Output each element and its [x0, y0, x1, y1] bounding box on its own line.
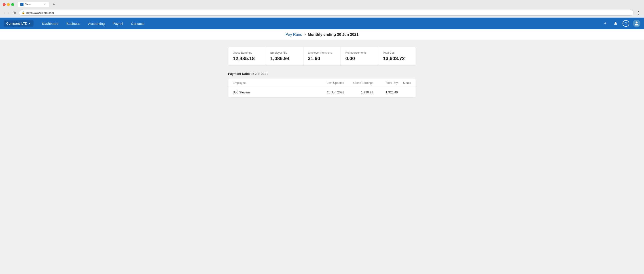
col-header-gross-earnings: Gross Earnings: [344, 81, 373, 84]
add-button[interactable]: +: [602, 20, 609, 27]
chevron-down-icon: ▼: [28, 22, 31, 25]
employer-pensions-label: Employer Pensions: [308, 51, 332, 54]
payment-date-value: 25 Jun 2021: [251, 72, 268, 75]
gross-earnings-value: 12,485.18: [233, 56, 255, 61]
row-employee-name: Bob Stevens: [233, 90, 315, 94]
browser-tab[interactable]: X Xero ✕: [18, 2, 49, 7]
address-bar[interactable]: 🔒 https://www.xero.com: [19, 10, 634, 16]
browser-menu-button[interactable]: ⋮: [636, 10, 641, 16]
maximize-button[interactable]: [11, 3, 14, 6]
col-header-last-updated: Last Updated: [315, 81, 344, 84]
total-cost-value: 13,603.72: [383, 56, 405, 61]
window-controls: [3, 3, 14, 6]
payment-date-section: Payment Date: 25 Jun 2021: [228, 72, 416, 75]
main-content: Gross Earnings 12,485.18 Employer NIC 1,…: [0, 40, 644, 130]
summary-card-employer-nic: Employer NIC 1,086.94: [266, 47, 304, 65]
company-selector[interactable]: Company LTD ▼: [4, 20, 34, 26]
nav-actions: + ?: [602, 20, 640, 27]
employee-table: Employee Last Updated Gross Earnings Tot…: [228, 78, 416, 97]
summary-card-employer-pensions: Employer Pensions 31.60: [304, 47, 341, 65]
avatar[interactable]: [633, 20, 640, 27]
col-header-memo: Memo: [398, 81, 411, 84]
content-wrapper: Gross Earnings 12,485.18 Employer NIC 1,…: [228, 47, 416, 97]
tab-favicon: X: [20, 3, 24, 6]
nav-link-business[interactable]: Business: [62, 18, 84, 29]
company-name: Company LTD: [6, 22, 27, 25]
summary-cards: Gross Earnings 12,485.18 Employer NIC 1,…: [228, 47, 416, 66]
app-nav: Company LTD ▼ Dashboard Business Account…: [0, 18, 644, 29]
nav-link-contacts[interactable]: Contacts: [127, 18, 148, 29]
tab-close-button[interactable]: ✕: [44, 3, 46, 6]
row-gross-earnings: 1,230.23: [344, 90, 373, 94]
close-button[interactable]: [3, 3, 6, 6]
table-header: Employee Last Updated Gross Earnings Tot…: [228, 78, 416, 87]
summary-card-gross-earnings: Gross Earnings 12,485.18: [228, 47, 266, 65]
url-text: https://www.xero.com: [26, 11, 54, 14]
nav-links: Dashboard Business Accounting Payroll Co…: [38, 18, 602, 29]
help-button[interactable]: ?: [622, 20, 629, 27]
employer-nic-value: 1,086.94: [270, 56, 290, 61]
reimbursements-value: 0.00: [345, 56, 355, 61]
back-button[interactable]: ‹: [3, 10, 6, 15]
summary-card-total-cost: Total Cost 13,603.72: [378, 47, 416, 65]
col-header-total-pay: Total Pay: [373, 81, 398, 84]
browser-chrome: X Xero ✕ + ‹ › ↻ 🔒 https://www.xero.com …: [0, 0, 644, 18]
reimbursements-label: Reimbursements: [345, 51, 366, 54]
breadcrumb-bar: Pay Runs > Monthly ending 30 Jun 2021: [0, 29, 644, 40]
table-row[interactable]: Bob Stevens 25 Jun 2021 1,230.23 1,320.4…: [228, 87, 416, 97]
forward-button[interactable]: ›: [8, 10, 10, 15]
total-cost-label: Total Cost: [383, 51, 395, 54]
nav-link-payroll[interactable]: Payroll: [109, 18, 127, 29]
employer-pensions-value: 31.60: [308, 56, 320, 61]
minimize-button[interactable]: [7, 3, 10, 6]
row-total-pay: 1,320.49: [373, 90, 398, 94]
refresh-button[interactable]: ↻: [12, 10, 17, 15]
breadcrumb: Pay Runs > Monthly ending 30 Jun 2021: [286, 32, 358, 37]
col-header-employee: Employee: [233, 81, 315, 84]
breadcrumb-parent[interactable]: Pay Runs: [286, 32, 302, 37]
row-last-updated: 25 Jun 2021: [315, 90, 344, 94]
breadcrumb-separator: >: [304, 32, 306, 37]
tab-title: Xero: [25, 3, 31, 6]
nav-link-dashboard[interactable]: Dashboard: [38, 18, 62, 29]
payment-date-label: Payment Date:: [228, 72, 250, 75]
employer-nic-label: Employer NIC: [270, 51, 288, 54]
gross-earnings-label: Gross Earnings: [233, 51, 252, 54]
summary-card-reimbursements: Reimbursements 0.00: [341, 47, 378, 65]
lock-icon: 🔒: [22, 11, 25, 14]
browser-addressbar: ‹ › ↻ 🔒 https://www.xero.com ⋮: [0, 9, 644, 17]
nav-link-accounting[interactable]: Accounting: [84, 18, 109, 29]
breadcrumb-current: Monthly ending 30 Jun 2021: [308, 32, 358, 37]
new-tab-button[interactable]: +: [52, 2, 56, 7]
notifications-button[interactable]: [612, 20, 619, 27]
browser-titlebar: X Xero ✕ +: [0, 0, 644, 9]
